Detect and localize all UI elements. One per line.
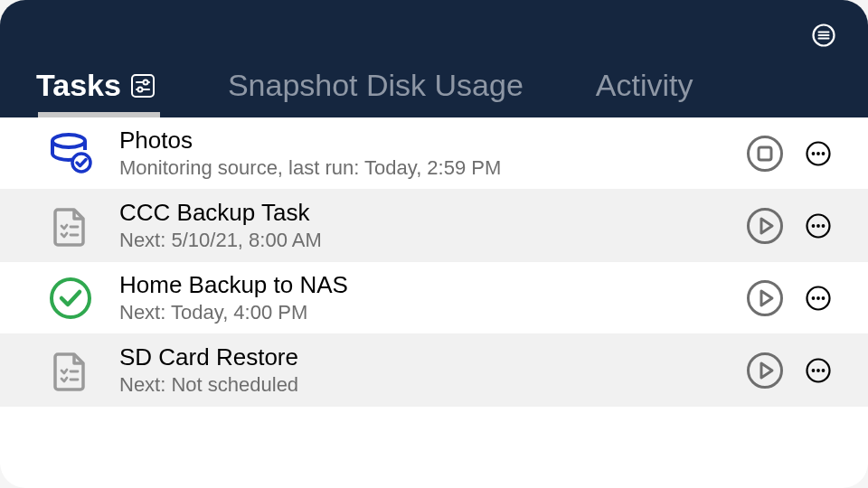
sliders-icon xyxy=(130,73,156,99)
svg-point-16 xyxy=(822,152,826,155)
svg-point-27 xyxy=(812,296,816,300)
svg-rect-4 xyxy=(132,75,154,97)
task-title: CCC Backup Task xyxy=(119,199,745,227)
task-subtitle: Next: Not scheduled xyxy=(119,373,745,397)
task-title: Photos xyxy=(119,127,745,155)
check-circle-icon xyxy=(47,275,94,322)
more-icon xyxy=(806,358,831,383)
svg-point-22 xyxy=(816,224,820,228)
task-actions xyxy=(745,206,832,246)
svg-point-14 xyxy=(812,152,816,155)
play-button[interactable] xyxy=(745,278,785,318)
more-button[interactable] xyxy=(805,140,832,167)
task-list: Photos Monitoring source, last run: Toda… xyxy=(0,117,868,407)
more-button[interactable] xyxy=(805,285,832,312)
svg-point-35 xyxy=(816,369,820,372)
more-icon xyxy=(806,286,831,311)
task-row[interactable]: CCC Backup Task Next: 5/10/21, 8:00 AM xyxy=(0,190,868,262)
play-icon xyxy=(746,207,784,245)
database-check-icon xyxy=(47,130,94,177)
svg-point-36 xyxy=(822,369,826,372)
task-text: CCC Backup Task Next: 5/10/21, 8:00 AM xyxy=(119,199,745,252)
app-window: Tasks Snapshot Disk Usage Activity xyxy=(0,0,868,488)
tab-label: Tasks xyxy=(36,68,121,103)
svg-point-29 xyxy=(822,296,826,300)
tab-label: Snapshot Disk Usage xyxy=(228,68,524,103)
task-actions xyxy=(745,351,832,390)
svg-point-15 xyxy=(816,152,820,155)
tab-snapshot-disk-usage[interactable]: Snapshot Disk Usage xyxy=(228,68,524,117)
svg-point-9 xyxy=(52,135,85,147)
stop-icon xyxy=(746,135,784,173)
checklist-icon xyxy=(47,202,94,249)
task-text: SD Card Restore Next: Not scheduled xyxy=(119,343,745,397)
tab-bar: Tasks Snapshot Disk Usage Activity xyxy=(36,68,693,117)
stop-button[interactable] xyxy=(745,134,785,174)
svg-point-21 xyxy=(812,224,816,228)
task-title: SD Card Restore xyxy=(119,343,745,371)
task-title: Home Backup to NAS xyxy=(119,271,745,299)
task-actions xyxy=(745,134,832,174)
svg-point-23 xyxy=(822,224,826,228)
task-subtitle: Next: Today, 4:00 PM xyxy=(119,301,745,324)
svg-point-34 xyxy=(812,369,816,372)
task-subtitle: Next: 5/10/21, 8:00 AM xyxy=(119,229,745,252)
tab-activity[interactable]: Activity xyxy=(596,68,693,117)
svg-point-28 xyxy=(816,296,820,300)
svg-point-8 xyxy=(137,87,142,91)
svg-point-24 xyxy=(52,279,90,317)
play-icon xyxy=(746,279,784,317)
checklist-icon xyxy=(47,347,94,394)
more-button[interactable] xyxy=(805,212,832,239)
more-icon xyxy=(806,141,831,166)
task-row[interactable]: Photos Monitoring source, last run: Toda… xyxy=(0,117,868,190)
svg-rect-12 xyxy=(759,147,771,160)
header: Tasks Snapshot Disk Usage Activity xyxy=(0,0,868,117)
menu-icon xyxy=(812,23,835,47)
task-row[interactable]: Home Backup to NAS Next: Today, 4:00 PM xyxy=(0,262,868,334)
play-icon xyxy=(746,352,784,389)
svg-point-25 xyxy=(749,281,782,314)
svg-point-32 xyxy=(749,353,782,387)
task-row[interactable]: SD Card Restore Next: Not scheduled xyxy=(0,334,868,407)
svg-point-19 xyxy=(749,209,782,242)
task-subtitle: Monitoring source, last run: Today, 2:59… xyxy=(119,156,745,180)
task-text: Photos Monitoring source, last run: Toda… xyxy=(119,127,745,180)
svg-point-6 xyxy=(143,80,147,84)
task-text: Home Backup to NAS Next: Today, 4:00 PM xyxy=(119,271,745,324)
menu-button[interactable] xyxy=(810,22,837,49)
more-button[interactable] xyxy=(805,357,832,384)
play-button[interactable] xyxy=(745,351,785,390)
tab-label: Activity xyxy=(596,68,693,103)
more-icon xyxy=(806,213,831,239)
play-button[interactable] xyxy=(745,206,785,246)
svg-point-11 xyxy=(749,136,782,170)
task-actions xyxy=(745,278,832,318)
tab-tasks[interactable]: Tasks xyxy=(36,68,156,117)
